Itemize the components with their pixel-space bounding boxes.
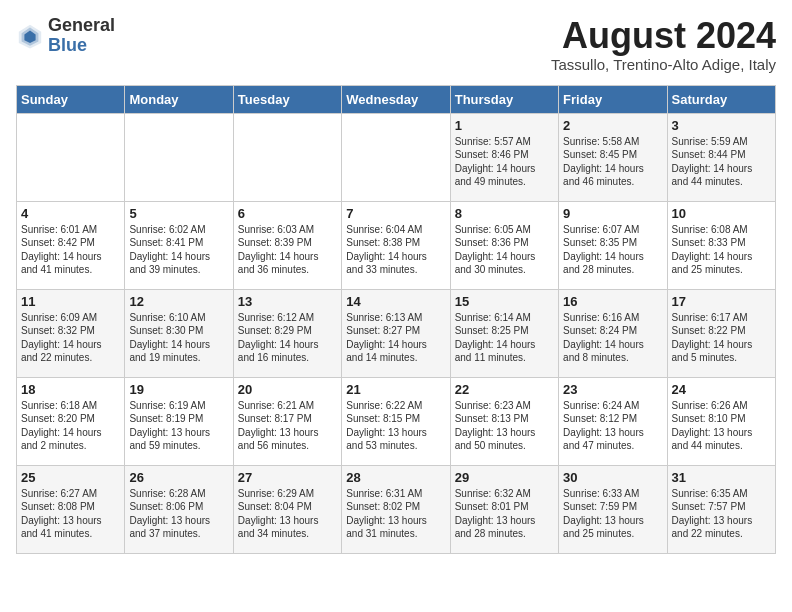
day-detail: Sunrise: 6:04 AM Sunset: 8:38 PM Dayligh… bbox=[346, 223, 445, 277]
month-year-title: August 2024 bbox=[551, 16, 776, 56]
calendar-cell: 12Sunrise: 6:10 AM Sunset: 8:30 PM Dayli… bbox=[125, 289, 233, 377]
calendar-cell bbox=[233, 113, 341, 201]
day-detail: Sunrise: 5:59 AM Sunset: 8:44 PM Dayligh… bbox=[672, 135, 771, 189]
day-detail: Sunrise: 6:05 AM Sunset: 8:36 PM Dayligh… bbox=[455, 223, 554, 277]
day-detail: Sunrise: 6:18 AM Sunset: 8:20 PM Dayligh… bbox=[21, 399, 120, 453]
weekday-header-monday: Monday bbox=[125, 85, 233, 113]
calendar-cell: 21Sunrise: 6:22 AM Sunset: 8:15 PM Dayli… bbox=[342, 377, 450, 465]
day-detail: Sunrise: 6:01 AM Sunset: 8:42 PM Dayligh… bbox=[21, 223, 120, 277]
day-number: 10 bbox=[672, 206, 771, 221]
weekday-header-wednesday: Wednesday bbox=[342, 85, 450, 113]
day-number: 5 bbox=[129, 206, 228, 221]
calendar-week-row: 25Sunrise: 6:27 AM Sunset: 8:08 PM Dayli… bbox=[17, 465, 776, 553]
calendar-cell bbox=[342, 113, 450, 201]
calendar-cell: 14Sunrise: 6:13 AM Sunset: 8:27 PM Dayli… bbox=[342, 289, 450, 377]
day-number: 25 bbox=[21, 470, 120, 485]
calendar-cell: 1Sunrise: 5:57 AM Sunset: 8:46 PM Daylig… bbox=[450, 113, 558, 201]
day-detail: Sunrise: 6:24 AM Sunset: 8:12 PM Dayligh… bbox=[563, 399, 662, 453]
logo: General Blue bbox=[16, 16, 115, 56]
location-subtitle: Tassullo, Trentino-Alto Adige, Italy bbox=[551, 56, 776, 73]
calendar-cell: 22Sunrise: 6:23 AM Sunset: 8:13 PM Dayli… bbox=[450, 377, 558, 465]
calendar-cell: 28Sunrise: 6:31 AM Sunset: 8:02 PM Dayli… bbox=[342, 465, 450, 553]
day-detail: Sunrise: 6:21 AM Sunset: 8:17 PM Dayligh… bbox=[238, 399, 337, 453]
day-number: 17 bbox=[672, 294, 771, 309]
day-number: 19 bbox=[129, 382, 228, 397]
calendar-cell: 6Sunrise: 6:03 AM Sunset: 8:39 PM Daylig… bbox=[233, 201, 341, 289]
day-detail: Sunrise: 6:03 AM Sunset: 8:39 PM Dayligh… bbox=[238, 223, 337, 277]
logo-blue: Blue bbox=[48, 36, 115, 56]
day-detail: Sunrise: 6:16 AM Sunset: 8:24 PM Dayligh… bbox=[563, 311, 662, 365]
day-number: 20 bbox=[238, 382, 337, 397]
day-detail: Sunrise: 6:14 AM Sunset: 8:25 PM Dayligh… bbox=[455, 311, 554, 365]
day-detail: Sunrise: 6:33 AM Sunset: 7:59 PM Dayligh… bbox=[563, 487, 662, 541]
calendar-cell: 26Sunrise: 6:28 AM Sunset: 8:06 PM Dayli… bbox=[125, 465, 233, 553]
weekday-header-sunday: Sunday bbox=[17, 85, 125, 113]
day-detail: Sunrise: 6:35 AM Sunset: 7:57 PM Dayligh… bbox=[672, 487, 771, 541]
day-detail: Sunrise: 6:13 AM Sunset: 8:27 PM Dayligh… bbox=[346, 311, 445, 365]
day-detail: Sunrise: 6:23 AM Sunset: 8:13 PM Dayligh… bbox=[455, 399, 554, 453]
calendar-cell: 7Sunrise: 6:04 AM Sunset: 8:38 PM Daylig… bbox=[342, 201, 450, 289]
calendar-week-row: 4Sunrise: 6:01 AM Sunset: 8:42 PM Daylig… bbox=[17, 201, 776, 289]
day-detail: Sunrise: 6:10 AM Sunset: 8:30 PM Dayligh… bbox=[129, 311, 228, 365]
day-number: 18 bbox=[21, 382, 120, 397]
calendar-cell: 19Sunrise: 6:19 AM Sunset: 8:19 PM Dayli… bbox=[125, 377, 233, 465]
calendar-cell: 31Sunrise: 6:35 AM Sunset: 7:57 PM Dayli… bbox=[667, 465, 775, 553]
day-number: 26 bbox=[129, 470, 228, 485]
calendar-cell: 3Sunrise: 5:59 AM Sunset: 8:44 PM Daylig… bbox=[667, 113, 775, 201]
day-detail: Sunrise: 6:08 AM Sunset: 8:33 PM Dayligh… bbox=[672, 223, 771, 277]
calendar-cell: 30Sunrise: 6:33 AM Sunset: 7:59 PM Dayli… bbox=[559, 465, 667, 553]
day-number: 2 bbox=[563, 118, 662, 133]
day-number: 24 bbox=[672, 382, 771, 397]
day-number: 15 bbox=[455, 294, 554, 309]
day-number: 9 bbox=[563, 206, 662, 221]
day-detail: Sunrise: 6:31 AM Sunset: 8:02 PM Dayligh… bbox=[346, 487, 445, 541]
calendar-cell: 18Sunrise: 6:18 AM Sunset: 8:20 PM Dayli… bbox=[17, 377, 125, 465]
calendar-cell: 24Sunrise: 6:26 AM Sunset: 8:10 PM Dayli… bbox=[667, 377, 775, 465]
day-detail: Sunrise: 6:27 AM Sunset: 8:08 PM Dayligh… bbox=[21, 487, 120, 541]
calendar-cell: 23Sunrise: 6:24 AM Sunset: 8:12 PM Dayli… bbox=[559, 377, 667, 465]
day-number: 4 bbox=[21, 206, 120, 221]
day-number: 1 bbox=[455, 118, 554, 133]
calendar-week-row: 18Sunrise: 6:18 AM Sunset: 8:20 PM Dayli… bbox=[17, 377, 776, 465]
calendar-cell: 27Sunrise: 6:29 AM Sunset: 8:04 PM Dayli… bbox=[233, 465, 341, 553]
calendar-cell: 17Sunrise: 6:17 AM Sunset: 8:22 PM Dayli… bbox=[667, 289, 775, 377]
calendar-cell bbox=[125, 113, 233, 201]
calendar-cell: 16Sunrise: 6:16 AM Sunset: 8:24 PM Dayli… bbox=[559, 289, 667, 377]
day-number: 16 bbox=[563, 294, 662, 309]
day-number: 22 bbox=[455, 382, 554, 397]
calendar-week-row: 1Sunrise: 5:57 AM Sunset: 8:46 PM Daylig… bbox=[17, 113, 776, 201]
calendar-cell: 15Sunrise: 6:14 AM Sunset: 8:25 PM Dayli… bbox=[450, 289, 558, 377]
calendar-cell: 20Sunrise: 6:21 AM Sunset: 8:17 PM Dayli… bbox=[233, 377, 341, 465]
day-number: 8 bbox=[455, 206, 554, 221]
day-number: 11 bbox=[21, 294, 120, 309]
calendar-cell bbox=[17, 113, 125, 201]
day-number: 7 bbox=[346, 206, 445, 221]
day-detail: Sunrise: 6:28 AM Sunset: 8:06 PM Dayligh… bbox=[129, 487, 228, 541]
weekday-header-saturday: Saturday bbox=[667, 85, 775, 113]
day-number: 30 bbox=[563, 470, 662, 485]
calendar-cell: 25Sunrise: 6:27 AM Sunset: 8:08 PM Dayli… bbox=[17, 465, 125, 553]
calendar-cell: 4Sunrise: 6:01 AM Sunset: 8:42 PM Daylig… bbox=[17, 201, 125, 289]
day-detail: Sunrise: 6:12 AM Sunset: 8:29 PM Dayligh… bbox=[238, 311, 337, 365]
day-detail: Sunrise: 6:02 AM Sunset: 8:41 PM Dayligh… bbox=[129, 223, 228, 277]
day-number: 6 bbox=[238, 206, 337, 221]
calendar-cell: 13Sunrise: 6:12 AM Sunset: 8:29 PM Dayli… bbox=[233, 289, 341, 377]
day-detail: Sunrise: 6:09 AM Sunset: 8:32 PM Dayligh… bbox=[21, 311, 120, 365]
calendar-week-row: 11Sunrise: 6:09 AM Sunset: 8:32 PM Dayli… bbox=[17, 289, 776, 377]
day-number: 21 bbox=[346, 382, 445, 397]
day-detail: Sunrise: 6:29 AM Sunset: 8:04 PM Dayligh… bbox=[238, 487, 337, 541]
day-detail: Sunrise: 5:58 AM Sunset: 8:45 PM Dayligh… bbox=[563, 135, 662, 189]
day-number: 23 bbox=[563, 382, 662, 397]
day-detail: Sunrise: 6:07 AM Sunset: 8:35 PM Dayligh… bbox=[563, 223, 662, 277]
logo-icon bbox=[16, 22, 44, 50]
weekday-header-tuesday: Tuesday bbox=[233, 85, 341, 113]
weekday-header-friday: Friday bbox=[559, 85, 667, 113]
weekday-header-thursday: Thursday bbox=[450, 85, 558, 113]
calendar-cell: 8Sunrise: 6:05 AM Sunset: 8:36 PM Daylig… bbox=[450, 201, 558, 289]
calendar-cell: 10Sunrise: 6:08 AM Sunset: 8:33 PM Dayli… bbox=[667, 201, 775, 289]
day-detail: Sunrise: 6:32 AM Sunset: 8:01 PM Dayligh… bbox=[455, 487, 554, 541]
day-number: 12 bbox=[129, 294, 228, 309]
calendar-header-row: SundayMondayTuesdayWednesdayThursdayFrid… bbox=[17, 85, 776, 113]
page-header: General Blue August 2024 Tassullo, Trent… bbox=[16, 16, 776, 73]
day-number: 31 bbox=[672, 470, 771, 485]
